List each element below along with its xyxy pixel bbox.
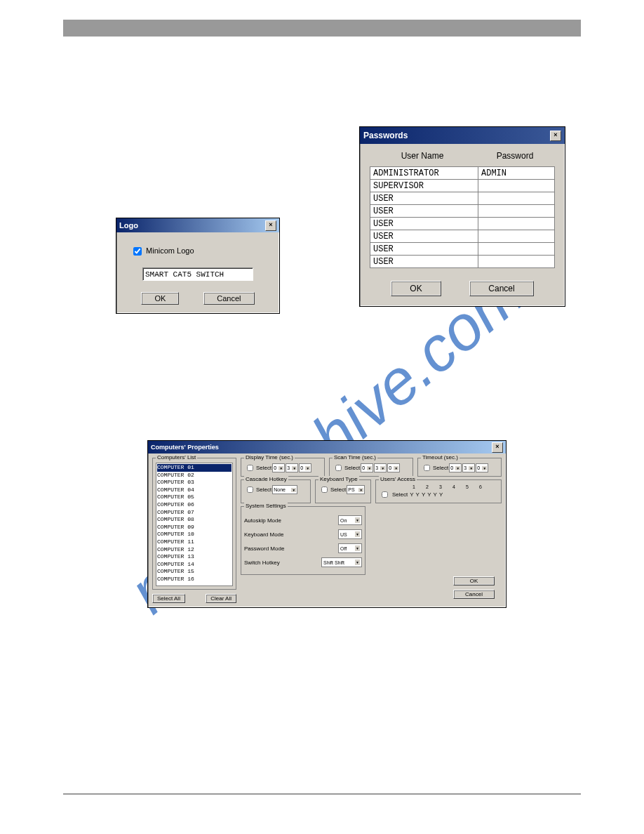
kbtype-select-checkbox[interactable]: [321, 486, 328, 493]
page-content: manualshive.com Logo × Minicom Logo OK C…: [0, 37, 644, 795]
pw-cell[interactable]: [478, 218, 555, 230]
close-icon[interactable]: ×: [265, 220, 276, 231]
kbtype-dropdown[interactable]: PS: [347, 485, 365, 494]
logo-dialog: Logo × Minicom Logo OK Cancel: [116, 218, 280, 314]
user-cell[interactable]: USER: [370, 192, 478, 205]
display-time-d2[interactable]: 3: [286, 463, 298, 472]
user-cell[interactable]: USER: [370, 230, 478, 243]
display-time-title: Display Time (sec.): [244, 454, 295, 461]
ua-col-3: 3: [435, 484, 446, 489]
ua-dd-2[interactable]: Y: [416, 491, 420, 498]
cascade-hotkey-group: Cascade Hotkey Select None: [241, 479, 311, 503]
logo-titlebar: Logo ×: [116, 218, 279, 232]
logo-text-input[interactable]: [142, 267, 253, 281]
cancel-button[interactable]: Cancel: [203, 292, 254, 305]
pw-cell[interactable]: [478, 230, 555, 243]
list-item[interactable]: COMPUTER 08: [157, 516, 232, 524]
passwords-table: ADMINISTRATORADMIN SUPERVISOR USER USER …: [370, 166, 555, 268]
ua-dd-4[interactable]: Y: [427, 491, 431, 498]
switchhk-label: Switch Hotkey: [244, 560, 280, 566]
close-icon[interactable]: ×: [550, 131, 561, 141]
list-item[interactable]: COMPUTER 11: [157, 538, 232, 546]
display-time-d1[interactable]: 0: [272, 463, 285, 472]
list-item[interactable]: COMPUTER 14: [157, 561, 232, 569]
user-cell[interactable]: USER: [370, 256, 478, 268]
list-item[interactable]: COMPUTER 07: [157, 509, 232, 517]
select-label: Select: [256, 486, 271, 493]
display-time-d3[interactable]: 0: [299, 463, 311, 472]
ua-col-5: 5: [462, 484, 473, 489]
user-cell[interactable]: USER: [370, 218, 478, 230]
ua-dd-6[interactable]: Y: [439, 491, 443, 498]
ua-col-2: 2: [422, 484, 433, 489]
list-item[interactable]: COMPUTER 15: [157, 568, 232, 576]
scan-time-d1[interactable]: 0: [361, 463, 373, 472]
ua-col-6: 6: [475, 484, 486, 489]
display-time-group: Display Time (sec.) Select 0 3 0: [241, 458, 325, 477]
ok-button[interactable]: OK: [141, 292, 179, 305]
minicom-logo-label: Minicom Logo: [146, 246, 194, 255]
select-label: Select: [344, 465, 360, 471]
kbmode-dropdown[interactable]: US: [338, 529, 362, 539]
timeout-select-checkbox[interactable]: [424, 465, 430, 471]
ua-dd-3[interactable]: Y: [422, 491, 425, 498]
pw-cell[interactable]: [478, 243, 555, 256]
display-time-select-checkbox[interactable]: [247, 465, 253, 471]
user-cell[interactable]: USER: [370, 205, 478, 218]
list-item[interactable]: COMPUTER 02: [157, 472, 232, 479]
pw-cell[interactable]: [478, 180, 555, 192]
logo-title: Logo: [119, 221, 138, 230]
scan-time-d3[interactable]: 0: [387, 463, 400, 472]
list-item[interactable]: COMPUTER 05: [157, 494, 232, 501]
pw-cell[interactable]: [478, 256, 555, 268]
list-item[interactable]: COMPUTER 12: [157, 546, 232, 554]
computers-listbox[interactable]: COMPUTER 01 COMPUTER 02 COMPUTER 03 COMP…: [156, 463, 233, 586]
cancel-button[interactable]: Cancel: [469, 281, 533, 296]
pwmode-label: Password Mode: [244, 545, 284, 552]
user-cell[interactable]: ADMINISTRATOR: [370, 167, 478, 180]
minicom-logo-checkbox[interactable]: [133, 247, 142, 256]
list-item[interactable]: COMPUTER 01: [157, 464, 232, 472]
list-item[interactable]: COMPUTER 10: [157, 531, 232, 538]
timeout-title: Timeout (sec.): [421, 454, 459, 461]
system-settings-group: System Settings Autoskip Mode On Keyboar…: [241, 506, 365, 575]
keyboard-type-title: Keyboard Type: [318, 476, 359, 482]
cancel-button[interactable]: Cancel: [453, 590, 495, 599]
computers-list-title: Computers' List: [156, 454, 197, 461]
pw-cell[interactable]: [478, 205, 555, 218]
scan-time-d2[interactable]: 3: [374, 463, 387, 472]
cascade-select-checkbox[interactable]: [247, 486, 253, 493]
user-cell[interactable]: SUPERVISOR: [370, 180, 478, 192]
list-item[interactable]: COMPUTER 09: [157, 524, 232, 531]
list-item[interactable]: COMPUTER 06: [157, 501, 232, 509]
list-item[interactable]: COMPUTER 04: [157, 486, 232, 494]
close-icon[interactable]: ×: [492, 442, 503, 453]
list-item[interactable]: COMPUTER 03: [157, 479, 232, 486]
timeout-d2[interactable]: 3: [462, 463, 475, 472]
clear-all-button[interactable]: Clear All: [206, 594, 236, 603]
users-access-title: Users' Access: [379, 476, 417, 482]
cascade-dropdown[interactable]: None: [272, 485, 297, 494]
timeout-d3[interactable]: 0: [476, 463, 488, 472]
ok-button[interactable]: OK: [453, 576, 495, 585]
pw-cell[interactable]: ADMIN: [478, 167, 555, 180]
ua-select-checkbox[interactable]: [382, 491, 388, 498]
page-footer-bar: [63, 793, 581, 795]
username-header: User Name: [370, 151, 475, 161]
cascade-title: Cascade Hotkey: [244, 476, 288, 482]
autoskip-dropdown[interactable]: On: [338, 515, 362, 525]
pwmode-dropdown[interactable]: Off: [338, 543, 362, 553]
select-all-button[interactable]: Select All: [152, 594, 185, 603]
list-item[interactable]: COMPUTER 16: [157, 576, 232, 583]
list-item[interactable]: COMPUTER 13: [157, 553, 232, 561]
user-cell[interactable]: USER: [370, 243, 478, 256]
ok-button[interactable]: OK: [391, 281, 441, 296]
switchhk-dropdown[interactable]: Shift Shift: [321, 557, 362, 567]
ua-dd-1[interactable]: Y: [410, 491, 413, 498]
passwords-dialog: Passwords × User Name Password ADMINISTR…: [359, 126, 565, 307]
passwords-titlebar: Passwords ×: [360, 127, 565, 144]
timeout-d1[interactable]: 0: [449, 463, 462, 472]
ua-dd-5[interactable]: Y: [434, 491, 437, 498]
pw-cell[interactable]: [478, 192, 555, 205]
scan-time-select-checkbox[interactable]: [335, 465, 342, 471]
